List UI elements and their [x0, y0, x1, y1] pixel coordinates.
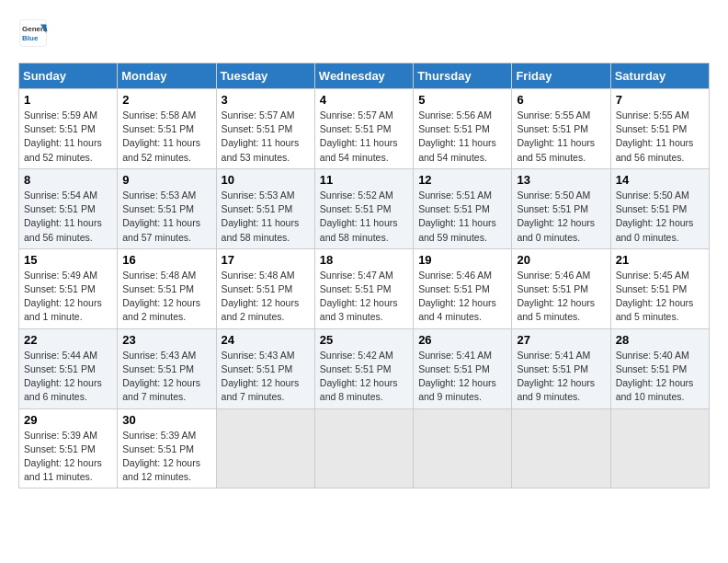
day-info: Sunrise: 5:51 AMSunset: 5:51 PMDaylight:… — [418, 190, 496, 243]
day-number: 8 — [24, 173, 112, 187]
calendar-cell: 24Sunrise: 5:43 AMSunset: 5:51 PMDayligh… — [216, 328, 314, 408]
calendar-cell: 2Sunrise: 5:58 AMSunset: 5:51 PMDaylight… — [118, 89, 216, 169]
calendar-cell: 29Sunrise: 5:39 AMSunset: 5:51 PMDayligh… — [19, 408, 118, 488]
calendar-cell — [216, 408, 314, 488]
calendar-cell: 19Sunrise: 5:46 AMSunset: 5:51 PMDayligh… — [414, 248, 512, 328]
day-info: Sunrise: 5:57 AMSunset: 5:51 PMDaylight:… — [320, 109, 398, 163]
calendar-cell: 5Sunrise: 5:56 AMSunset: 5:51 PMDaylight… — [414, 89, 512, 169]
day-info: Sunrise: 5:39 AMSunset: 5:51 PMDaylight:… — [24, 430, 102, 483]
day-number: 11 — [320, 173, 408, 187]
day-number: 21 — [616, 253, 704, 267]
day-number: 7 — [616, 93, 704, 107]
day-info: Sunrise: 5:55 AMSunset: 5:51 PMDaylight:… — [616, 109, 694, 163]
day-info: Sunrise: 5:53 AMSunset: 5:51 PMDaylight:… — [222, 190, 300, 243]
calendar-cell: 10Sunrise: 5:53 AMSunset: 5:51 PMDayligh… — [216, 168, 314, 248]
day-info: Sunrise: 5:40 AMSunset: 5:51 PMDaylight:… — [616, 350, 694, 403]
day-info: Sunrise: 5:57 AMSunset: 5:51 PMDaylight:… — [222, 109, 300, 163]
calendar-cell: 9Sunrise: 5:53 AMSunset: 5:51 PMDaylight… — [118, 168, 216, 248]
day-number: 24 — [222, 333, 310, 347]
calendar-cell: 15Sunrise: 5:49 AMSunset: 5:51 PMDayligh… — [19, 248, 118, 328]
day-info: Sunrise: 5:42 AMSunset: 5:51 PMDaylight:… — [320, 350, 398, 403]
weekday-header-row: SundayMondayTuesdayWednesdayThursdayFrid… — [19, 63, 710, 89]
day-info: Sunrise: 5:52 AMSunset: 5:51 PMDaylight:… — [320, 190, 398, 243]
day-info: Sunrise: 5:56 AMSunset: 5:51 PMDaylight:… — [418, 109, 496, 163]
calendar-week-row: 8Sunrise: 5:54 AMSunset: 5:51 PMDaylight… — [19, 168, 710, 248]
calendar-week-row: 1Sunrise: 5:59 AMSunset: 5:51 PMDaylight… — [19, 89, 710, 169]
calendar-cell: 28Sunrise: 5:40 AMSunset: 5:51 PMDayligh… — [610, 328, 709, 408]
day-info: Sunrise: 5:46 AMSunset: 5:51 PMDaylight:… — [418, 270, 496, 323]
calendar-cell: 18Sunrise: 5:47 AMSunset: 5:51 PMDayligh… — [314, 248, 413, 328]
day-info: Sunrise: 5:48 AMSunset: 5:51 PMDaylight:… — [222, 270, 300, 323]
calendar-week-row: 29Sunrise: 5:39 AMSunset: 5:51 PMDayligh… — [19, 408, 710, 488]
calendar-cell — [414, 408, 512, 488]
calendar-cell: 21Sunrise: 5:45 AMSunset: 5:51 PMDayligh… — [610, 248, 709, 328]
calendar-cell: 6Sunrise: 5:55 AMSunset: 5:51 PMDaylight… — [512, 89, 610, 169]
day-number: 19 — [418, 253, 506, 267]
day-number: 15 — [24, 253, 112, 267]
day-info: Sunrise: 5:39 AMSunset: 5:51 PMDaylight:… — [122, 430, 200, 483]
day-number: 1 — [24, 93, 112, 107]
calendar-cell: 26Sunrise: 5:41 AMSunset: 5:51 PMDayligh… — [414, 328, 512, 408]
calendar-cell — [610, 408, 709, 488]
day-info: Sunrise: 5:41 AMSunset: 5:51 PMDaylight:… — [517, 350, 595, 403]
day-number: 18 — [320, 253, 408, 267]
calendar-cell: 14Sunrise: 5:50 AMSunset: 5:51 PMDayligh… — [610, 168, 709, 248]
day-number: 23 — [122, 333, 210, 347]
day-number: 22 — [24, 333, 112, 347]
day-info: Sunrise: 5:50 AMSunset: 5:51 PMDaylight:… — [517, 190, 595, 243]
day-number: 5 — [418, 93, 506, 107]
day-info: Sunrise: 5:54 AMSunset: 5:51 PMDaylight:… — [24, 190, 102, 243]
day-info: Sunrise: 5:59 AMSunset: 5:51 PMDaylight:… — [24, 109, 102, 163]
calendar-cell: 11Sunrise: 5:52 AMSunset: 5:51 PMDayligh… — [314, 168, 413, 248]
svg-text:Blue: Blue — [22, 34, 39, 42]
day-number: 12 — [418, 173, 506, 187]
day-number: 2 — [122, 93, 210, 107]
calendar-cell: 22Sunrise: 5:44 AMSunset: 5:51 PMDayligh… — [19, 328, 118, 408]
day-number: 27 — [517, 333, 605, 347]
day-info: Sunrise: 5:44 AMSunset: 5:51 PMDaylight:… — [24, 350, 102, 403]
day-number: 20 — [517, 253, 605, 267]
calendar-cell: 30Sunrise: 5:39 AMSunset: 5:51 PMDayligh… — [118, 408, 216, 488]
day-number: 29 — [24, 413, 112, 427]
day-number: 30 — [122, 413, 210, 427]
day-number: 6 — [517, 93, 605, 107]
weekday-header-wednesday: Wednesday — [314, 63, 413, 89]
calendar-cell: 3Sunrise: 5:57 AMSunset: 5:51 PMDaylight… — [216, 89, 314, 169]
calendar-cell: 20Sunrise: 5:46 AMSunset: 5:51 PMDayligh… — [512, 248, 610, 328]
weekday-header-saturday: Saturday — [610, 63, 709, 89]
day-info: Sunrise: 5:49 AMSunset: 5:51 PMDaylight:… — [24, 270, 102, 323]
day-info: Sunrise: 5:55 AMSunset: 5:51 PMDaylight:… — [517, 109, 595, 163]
calendar-cell — [512, 408, 610, 488]
calendar-cell: 8Sunrise: 5:54 AMSunset: 5:51 PMDaylight… — [19, 168, 118, 248]
day-number: 16 — [122, 253, 210, 267]
logo-icon: General Blue — [18, 18, 48, 48]
calendar-cell: 23Sunrise: 5:43 AMSunset: 5:51 PMDayligh… — [118, 328, 216, 408]
page-header: General Blue — [18, 18, 710, 48]
day-number: 3 — [222, 93, 310, 107]
day-info: Sunrise: 5:50 AMSunset: 5:51 PMDaylight:… — [616, 190, 694, 243]
day-number: 4 — [320, 93, 408, 107]
day-info: Sunrise: 5:53 AMSunset: 5:51 PMDaylight:… — [122, 190, 200, 243]
day-number: 17 — [222, 253, 310, 267]
weekday-header-thursday: Thursday — [414, 63, 512, 89]
day-number: 10 — [222, 173, 310, 187]
weekday-header-monday: Monday — [118, 63, 216, 89]
calendar-cell: 17Sunrise: 5:48 AMSunset: 5:51 PMDayligh… — [216, 248, 314, 328]
day-info: Sunrise: 5:45 AMSunset: 5:51 PMDaylight:… — [616, 270, 694, 323]
weekday-header-sunday: Sunday — [19, 63, 118, 89]
day-info: Sunrise: 5:58 AMSunset: 5:51 PMDaylight:… — [122, 109, 200, 163]
calendar-cell: 27Sunrise: 5:41 AMSunset: 5:51 PMDayligh… — [512, 328, 610, 408]
day-number: 9 — [122, 173, 210, 187]
day-number: 14 — [616, 173, 704, 187]
day-info: Sunrise: 5:47 AMSunset: 5:51 PMDaylight:… — [320, 270, 398, 323]
weekday-header-tuesday: Tuesday — [216, 63, 314, 89]
calendar-cell: 12Sunrise: 5:51 AMSunset: 5:51 PMDayligh… — [414, 168, 512, 248]
day-info: Sunrise: 5:43 AMSunset: 5:51 PMDaylight:… — [222, 350, 300, 403]
weekday-header-friday: Friday — [512, 63, 610, 89]
calendar-week-row: 15Sunrise: 5:49 AMSunset: 5:51 PMDayligh… — [19, 248, 710, 328]
calendar-cell: 4Sunrise: 5:57 AMSunset: 5:51 PMDaylight… — [314, 89, 413, 169]
calendar-cell: 1Sunrise: 5:59 AMSunset: 5:51 PMDaylight… — [19, 89, 118, 169]
calendar-cell — [314, 408, 413, 488]
day-number: 25 — [320, 333, 408, 347]
calendar-cell: 25Sunrise: 5:42 AMSunset: 5:51 PMDayligh… — [314, 328, 413, 408]
